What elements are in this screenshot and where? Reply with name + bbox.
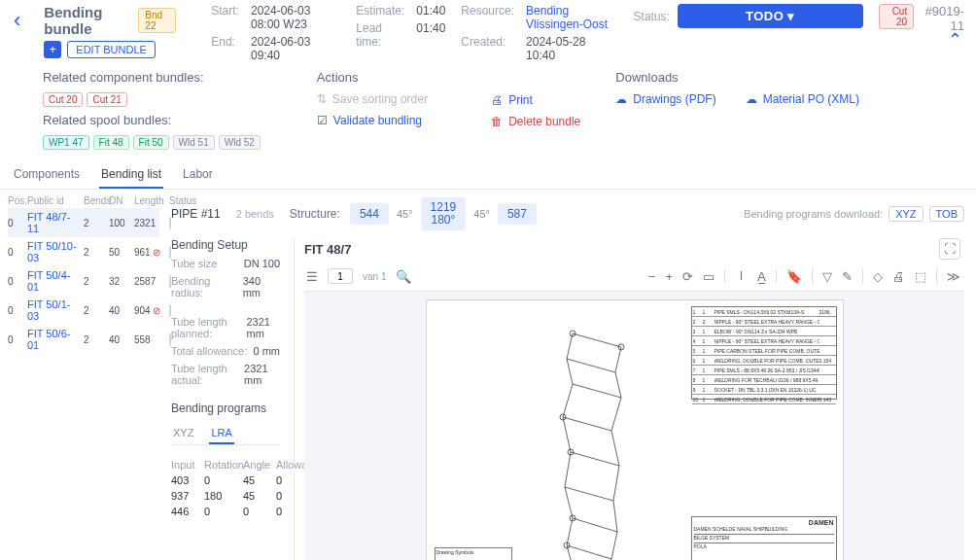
drawing-title: FIT 48/7 <box>304 242 351 257</box>
sidebar-toggle-icon[interactable]: ☰ <box>306 269 318 284</box>
rotate-icon[interactable]: ⟳ <box>682 269 693 284</box>
downloads-title: Downloads <box>615 70 964 85</box>
allowance-label: Total allowance: <box>171 345 247 357</box>
add-button[interactable]: + <box>44 41 61 58</box>
highlight-icon[interactable]: ▽ <box>822 269 832 284</box>
erase-icon[interactable]: ◇ <box>873 269 883 284</box>
tab-components[interactable]: Components <box>12 161 82 189</box>
bundle-badge: Bnd 22 <box>138 8 176 33</box>
bp-row: 446000 <box>171 504 280 519</box>
edit-bundle-button[interactable]: EDIT BUNDLE <box>67 41 156 58</box>
created-value: 2024-05-28 10:40 <box>526 35 618 62</box>
status-dropdown[interactable]: TODO▾ <box>678 4 863 28</box>
title-block: DAMEN DAMEN SCHELDE NAVAL SHIPBUILDING B… <box>691 516 837 560</box>
save-sorting-action: ⇅Save sorting order <box>317 92 491 106</box>
list-row[interactable]: 0FIT 50/1-03240904 ⊘ <box>8 296 159 325</box>
list-row[interactable]: 0FIT 50/6-01240558 <box>8 325 159 354</box>
text-select-icon[interactable]: Ｉ <box>735 267 748 285</box>
download-material-po[interactable]: ☁Material PO (XML) <box>746 92 859 106</box>
more-icon[interactable]: ≫ <box>947 269 960 284</box>
zoom-in-icon[interactable]: + <box>665 269 673 284</box>
related-components-title: Related component bundles: <box>43 70 317 85</box>
error-icon: ⊘ <box>153 247 160 258</box>
spool-chip[interactable]: Wld 52 <box>219 135 261 150</box>
start-value: 2024-06-03 08:00 W23 <box>251 4 340 31</box>
page-input[interactable] <box>328 268 353 284</box>
leadtime-label: Lead time: <box>356 21 404 49</box>
len-actual-label: Tube length actual: <box>171 363 244 386</box>
len-actual-value: 2321 mm <box>244 363 280 386</box>
structure-segment[interactable]: 544 <box>350 203 389 225</box>
list-row[interactable]: 0FIT 50/10-03250961 ⊘ <box>8 237 159 266</box>
actions-title: Actions <box>317 70 491 85</box>
annotation-text-icon[interactable]: A̲ <box>757 269 766 284</box>
spool-chip[interactable]: Fit 50 <box>133 135 169 150</box>
bom-row: 31ELBOW - 90° DN114.3 x SA-234 WPB <box>692 327 836 336</box>
download-xyz-button[interactable]: XYZ <box>889 206 923 222</box>
print-icon: 🖨 <box>491 93 503 107</box>
estimate-label: Estimate: <box>356 4 404 18</box>
list-header: Pos.Public idBendsDNLengthStatus <box>8 193 159 208</box>
structure-angle: 45° <box>395 208 415 220</box>
component-chip[interactable]: Cut 21 <box>87 92 126 107</box>
bookmark-icon[interactable]: 🔖 <box>786 269 802 284</box>
structure-label: Structure: <box>290 207 340 221</box>
tab-labor[interactable]: Labor <box>181 161 215 189</box>
bom-row: 51PIPE CARBON STEEL FOR PIPE COMB. OUTER… <box>692 346 836 356</box>
check-icon: ☑ <box>317 114 328 127</box>
spool-chip[interactable]: Wld 51 <box>173 135 215 150</box>
delete-action[interactable]: 🗑Delete bundle <box>491 115 615 128</box>
cloud-download-icon: ☁ <box>615 92 627 106</box>
drawing-canvas[interactable]: 11PIPE SMLS - DN114.3X6.02 STKM13A-S2196… <box>304 292 964 560</box>
created-label: Created: <box>461 35 514 62</box>
bom-row: 22NIPPLE - 90° STEEL EXTRA HEAVY RANGE -… <box>692 317 836 327</box>
cloud-download-icon: ☁ <box>746 92 757 106</box>
pdf-toolbar: ☰ van 1 🔍 − + ⟳ ▭ Ｉ A̲ 🔖 <box>304 265 964 292</box>
fit-icon[interactable]: ▭ <box>703 269 715 284</box>
search-icon[interactable]: 🔍 <box>396 269 411 284</box>
end-value: 2024-06-03 09:40 <box>251 35 340 62</box>
tab-bending-list[interactable]: Bending list <box>99 161 163 189</box>
bending-setup-title: Bending Setup <box>171 238 280 252</box>
download-tob-button[interactable]: TOB <box>929 206 964 222</box>
len-planned-label: Tube length planned: <box>171 316 246 339</box>
structure-segment[interactable]: 587 <box>498 203 537 225</box>
collapse-button[interactable]: ⌃ <box>948 29 962 51</box>
draw-icon[interactable]: ✎ <box>842 269 853 284</box>
bp-row: 937180450 <box>171 488 280 504</box>
structure-segment[interactable]: 1219180° <box>421 197 467 230</box>
bom-row: 101WELDRING, DOUBLE FOR PIPE COMB. INNER… <box>692 395 836 404</box>
bp-row: 4030450 <box>171 472 280 488</box>
pipe-id: PIPE #11 <box>171 207 221 221</box>
list-row[interactable]: 0FIT 48/7-1121002321 <box>8 208 159 237</box>
status-block: Status: TODO▾ <box>634 4 863 28</box>
resource-label: Resource: <box>461 4 514 31</box>
cut-badge: Cut 20 <box>879 4 914 29</box>
download-drawings[interactable]: ☁Drawings (PDF) <box>615 92 715 106</box>
sort-icon: ⇅ <box>317 92 327 106</box>
chevron-down-icon: ▾ <box>787 9 795 23</box>
tube-size-label: Tube size <box>171 258 217 269</box>
status-label: Status: <box>634 10 670 23</box>
print-action[interactable]: 🖨Print <box>491 93 615 107</box>
pipe-bends: 2 bends <box>236 208 274 220</box>
print-icon[interactable]: 🖨 <box>892 269 905 284</box>
schedule-block: Start: 2024-06-03 08:00 W23 End: 2024-06… <box>211 4 340 62</box>
bp-tab-xyz[interactable]: XYZ <box>171 425 195 444</box>
bp-tab-lra[interactable]: LRA <box>209 425 233 444</box>
spool-chip[interactable]: WP1 47 <box>43 135 89 150</box>
back-button[interactable]: ‹ <box>6 4 28 33</box>
zoom-out-icon[interactable]: − <box>648 269 656 284</box>
bend-radius-label: Bending radius: <box>171 275 243 298</box>
validate-action[interactable]: ☑Validate bundling <box>317 114 491 127</box>
page-of: van 1 <box>363 271 386 282</box>
component-chip[interactable]: Cut 20 <box>43 92 83 107</box>
expand-button[interactable]: ⛶ <box>939 238 960 260</box>
spool-chip[interactable]: Fit 48 <box>93 135 129 150</box>
resource-link[interactable]: Bending Vlissingen-Oost <box>526 4 618 31</box>
download-icon[interactable]: ⬚ <box>915 269 926 284</box>
allowance-value: 0 mm <box>254 345 281 357</box>
resource-block: Resource: Bending Vlissingen-Oost Create… <box>461 4 617 62</box>
drawing-sheet: 11PIPE SMLS - DN114.3X6.02 STKM13A-S2196… <box>426 299 844 560</box>
list-row[interactable]: 0FIT 50/4-012322587 <box>8 266 159 296</box>
